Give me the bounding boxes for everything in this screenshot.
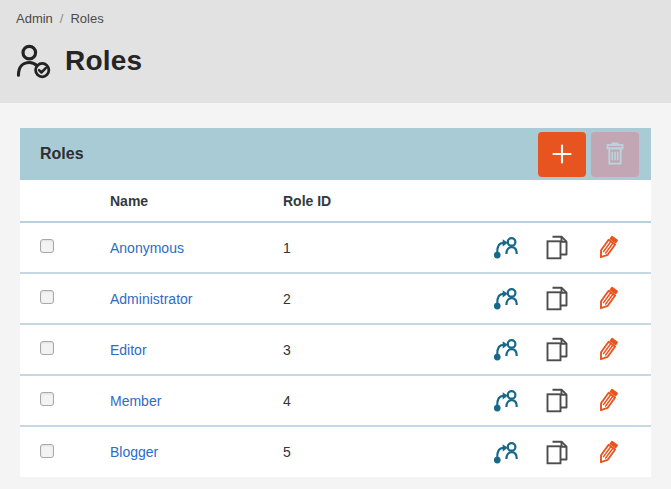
breadcrumb-separator: / — [60, 11, 64, 26]
roles-table: Name Role ID Anonymous 1 — [20, 180, 651, 477]
edit-pencil-icon[interactable] — [595, 285, 621, 312]
column-header-roleid: Role ID — [283, 180, 450, 222]
panel-header: Roles — [20, 128, 651, 180]
row-checkbox[interactable] — [40, 392, 54, 406]
assign-users-icon[interactable] — [493, 439, 519, 466]
copy-icon[interactable] — [544, 439, 570, 466]
delete-roles-button[interactable] — [591, 132, 639, 177]
table-header-row: Name Role ID — [20, 180, 651, 222]
user-check-icon — [16, 43, 54, 79]
copy-icon[interactable] — [544, 336, 570, 363]
breadcrumb-admin-link[interactable]: Admin — [16, 11, 53, 26]
role-name-link[interactable]: Blogger — [110, 444, 158, 460]
role-name-link[interactable]: Administrator — [110, 291, 192, 307]
panel-title: Roles — [40, 145, 84, 163]
table-row: Blogger 5 — [20, 426, 651, 477]
role-id-value: 1 — [283, 222, 450, 273]
column-header-select — [20, 180, 110, 222]
role-id-value: 3 — [283, 324, 450, 375]
edit-pencil-icon[interactable] — [595, 336, 621, 363]
assign-users-icon[interactable] — [493, 336, 519, 363]
copy-icon[interactable] — [544, 234, 570, 261]
breadcrumb-current: Roles — [70, 11, 103, 26]
edit-pencil-icon[interactable] — [595, 234, 621, 261]
table-row: Editor 3 — [20, 324, 651, 375]
role-id-value: 5 — [283, 426, 450, 477]
edit-pencil-icon[interactable] — [595, 387, 621, 414]
table-row: Member 4 — [20, 375, 651, 426]
assign-users-icon[interactable] — [493, 234, 519, 261]
row-checkbox[interactable] — [40, 341, 54, 355]
role-name-link[interactable]: Anonymous — [110, 240, 184, 256]
copy-icon[interactable] — [544, 285, 570, 312]
roles-panel: Roles — [20, 128, 651, 477]
edit-pencil-icon[interactable] — [595, 439, 621, 466]
column-header-name: Name — [110, 180, 283, 222]
plus-icon — [550, 142, 574, 166]
copy-icon[interactable] — [544, 387, 570, 414]
table-row: Anonymous 1 — [20, 222, 651, 273]
role-name-link[interactable]: Editor — [110, 342, 147, 358]
row-checkbox[interactable] — [40, 290, 54, 304]
column-header-actions — [450, 180, 651, 222]
add-role-button[interactable] — [538, 132, 586, 177]
trash-icon — [603, 141, 627, 167]
role-id-value: 4 — [283, 375, 450, 426]
table-row: Administrator 2 — [20, 273, 651, 324]
page-title: Roles — [65, 45, 142, 77]
assign-users-icon[interactable] — [493, 285, 519, 312]
breadcrumb: Admin/Roles — [16, 11, 655, 26]
page-header: Admin/Roles Roles — [0, 0, 671, 103]
role-id-value: 2 — [283, 273, 450, 324]
row-checkbox[interactable] — [40, 444, 54, 458]
row-checkbox[interactable] — [40, 239, 54, 253]
assign-users-icon[interactable] — [493, 387, 519, 414]
role-name-link[interactable]: Member — [110, 393, 161, 409]
